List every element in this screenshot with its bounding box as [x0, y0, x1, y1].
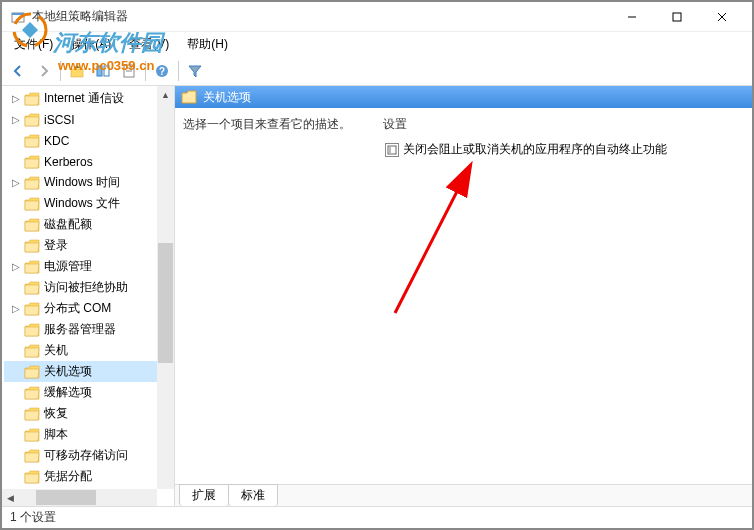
tree-node[interactable]: 关机选项: [4, 361, 172, 382]
tree-expand-icon[interactable]: [10, 450, 22, 462]
tabs-bottom: 扩展 标准: [175, 484, 752, 506]
tree-node[interactable]: 恢复: [4, 403, 172, 424]
menu-file[interactable]: 文件(F): [6, 34, 61, 55]
scroll-left-button[interactable]: ◀: [2, 489, 19, 506]
tree-node[interactable]: Kerberos: [4, 151, 172, 172]
tree-node-label: 凭据分配: [44, 468, 92, 485]
tree-node-label: 访问被拒绝协助: [44, 279, 128, 296]
tree-node[interactable]: ▷Windows 时间: [4, 172, 172, 193]
tree-node-label: Windows 时间: [44, 174, 120, 191]
back-button[interactable]: [6, 59, 30, 83]
tree-node-label: Windows 文件: [44, 195, 120, 212]
svg-point-18: [389, 151, 391, 153]
tree-node[interactable]: 关机: [4, 340, 172, 361]
show-hide-button[interactable]: [91, 59, 115, 83]
tree-node[interactable]: 访问被拒绝协助: [4, 277, 172, 298]
tree-node[interactable]: 可移动存储访问: [4, 445, 172, 466]
content-body: 选择一个项目来查看它的描述。 设置 关闭会阻止或取消关机的应用程序的自动终止功能: [175, 108, 752, 484]
tree-node[interactable]: 磁盘配额: [4, 214, 172, 235]
tree-node-label: 服务器管理器: [44, 321, 116, 338]
tree-node[interactable]: 缓解选项: [4, 382, 172, 403]
menu-action[interactable]: 操作(A): [63, 34, 119, 55]
tree-expand-icon[interactable]: ▷: [10, 303, 22, 315]
menu-view[interactable]: 查看(V): [121, 34, 177, 55]
content-header-text: 关机选项: [203, 89, 251, 106]
tree-expand-icon[interactable]: [10, 366, 22, 378]
properties-button[interactable]: [117, 59, 141, 83]
filter-button[interactable]: [183, 59, 207, 83]
svg-text:?: ?: [159, 66, 165, 77]
tree-expand-icon[interactable]: [10, 429, 22, 441]
tree-expand-icon[interactable]: [10, 387, 22, 399]
statusbar: 1 个设置: [2, 506, 752, 528]
tree-node-label: 磁盘配额: [44, 216, 92, 233]
settings-header: 设置: [383, 116, 744, 133]
tree-node-label: iSCSI: [44, 113, 75, 127]
setting-item[interactable]: 关闭会阻止或取消关机的应用程序的自动终止功能: [383, 139, 744, 160]
tree-expand-icon[interactable]: [10, 156, 22, 168]
tree-node-label: 关机选项: [44, 363, 92, 380]
tree-node-label: 脚本: [44, 426, 68, 443]
tree-node[interactable]: ▷分布式 COM: [4, 298, 172, 319]
settings-column: 设置 关闭会阻止或取消关机的应用程序的自动终止功能: [383, 116, 744, 476]
tree-expand-icon[interactable]: [10, 324, 22, 336]
toolbar-separator: [178, 61, 179, 81]
toolbar-separator: [60, 61, 61, 81]
tree-expand-icon[interactable]: [10, 219, 22, 231]
up-button[interactable]: [65, 59, 89, 83]
svg-rect-8: [97, 66, 102, 76]
tree-expand-icon[interactable]: [10, 471, 22, 483]
description-prompt: 选择一个项目来查看它的描述。: [183, 117, 351, 131]
properties-icon: [121, 63, 137, 79]
svg-point-16: [389, 147, 391, 149]
tree-node[interactable]: 凭据分配: [4, 466, 172, 487]
minimize-icon: [627, 12, 637, 22]
tree-expand-icon[interactable]: [10, 135, 22, 147]
tree-node[interactable]: ▷电源管理: [4, 256, 172, 277]
tree-expand-icon[interactable]: [10, 240, 22, 252]
tab-standard[interactable]: 标准: [228, 484, 278, 506]
tree-expand-icon[interactable]: ▷: [10, 177, 22, 189]
maximize-button[interactable]: [654, 3, 699, 31]
tree-node-label: 关机: [44, 342, 68, 359]
tree-node[interactable]: ▷iSCSI: [4, 109, 172, 130]
tree-expand-icon[interactable]: [10, 198, 22, 210]
content-panel: 关机选项 选择一个项目来查看它的描述。 设置 关闭会阻止或取消关机的应用程序的自…: [175, 86, 752, 506]
horizontal-scrollbar[interactable]: ◀: [2, 489, 157, 506]
tree-node[interactable]: 登录: [4, 235, 172, 256]
tree-expand-icon[interactable]: [10, 408, 22, 420]
help-button[interactable]: ?: [150, 59, 174, 83]
scroll-thumb[interactable]: [36, 490, 96, 505]
toolbar-separator: [145, 61, 146, 81]
tree-expand-icon[interactable]: ▷: [10, 114, 22, 126]
tree-node[interactable]: ▷Internet 通信设: [4, 88, 172, 109]
tree-node[interactable]: KDC: [4, 130, 172, 151]
menu-help[interactable]: 帮助(H): [179, 34, 236, 55]
scroll-up-button[interactable]: ▲: [157, 86, 174, 103]
maximize-icon: [672, 12, 682, 22]
tree-node[interactable]: 服务器管理器: [4, 319, 172, 340]
tree-node-label: 恢复: [44, 405, 68, 422]
statusbar-text: 1 个设置: [10, 509, 56, 526]
tree-expand-icon[interactable]: ▷: [10, 93, 22, 105]
close-button[interactable]: [699, 3, 744, 31]
tree-expand-icon[interactable]: ▷: [10, 261, 22, 273]
tree-node[interactable]: Windows 文件: [4, 193, 172, 214]
tree-expand-icon[interactable]: [10, 345, 22, 357]
forward-icon: [36, 63, 52, 79]
tab-extended[interactable]: 扩展: [179, 484, 229, 506]
titlebar: 本地组策略编辑器: [2, 2, 752, 32]
svg-rect-9: [104, 66, 109, 76]
tree-expand-icon[interactable]: [10, 282, 22, 294]
toolbar: ?: [2, 56, 752, 86]
tree-node-label: 电源管理: [44, 258, 92, 275]
policy-icon: [385, 143, 399, 157]
tree-node-label: Kerberos: [44, 155, 93, 169]
folder-icon: [181, 90, 197, 104]
forward-button[interactable]: [32, 59, 56, 83]
tree-node[interactable]: 脚本: [4, 424, 172, 445]
vertical-scrollbar[interactable]: ▲: [157, 86, 174, 489]
scroll-thumb[interactable]: [158, 243, 173, 363]
svg-rect-7: [71, 69, 83, 77]
minimize-button[interactable]: [609, 3, 654, 31]
